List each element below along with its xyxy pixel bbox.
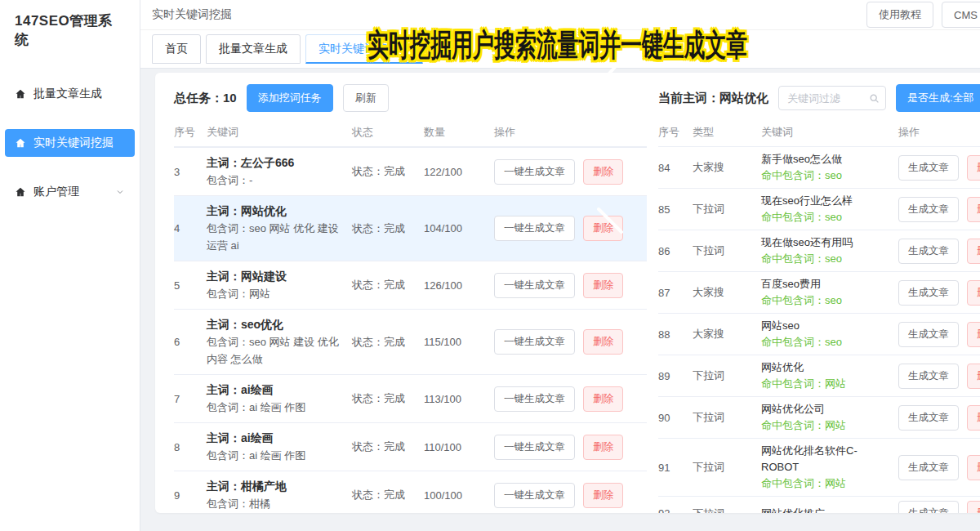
generate-article-button[interactable]: 生成文章 — [898, 155, 959, 181]
sidebar-item-batch-article-generate[interactable]: 批量文章生成 — [5, 80, 135, 108]
row-count: 126/100 — [424, 279, 494, 292]
col-status: 状态 — [352, 125, 424, 140]
task-row: 8主词：ai绘画包含词：ai 绘画 作图状态：完成110/100一键生成文章删除 — [174, 423, 647, 471]
delete-button[interactable]: 删除 — [583, 483, 623, 508]
generate-filter-button[interactable]: 是否生成:全部 — [896, 84, 980, 112]
row-status: 状态：完成 — [352, 164, 424, 179]
tutorial-button[interactable]: 使用教程 — [866, 2, 933, 28]
keyword-row: 91下拉词网站优化排名软件C-ROBOT命中包含词：网站生成文章删除 — [658, 439, 980, 497]
tasks-panel: 总任务：10 添加挖词任务 刷新 序号 关键词 状态 数量 操作 — [155, 73, 647, 513]
tab-batch-article-generate[interactable]: 批量文章生成 — [206, 34, 301, 64]
delete-button[interactable]: 删除 — [967, 280, 980, 306]
contain-words: 包含词：网站 — [207, 285, 345, 302]
current-word-label: 当前主词：网站优化 — [658, 91, 768, 106]
main-word: 主词：ai绘画 — [207, 382, 345, 399]
task-row: 4主词：网站优化包含词：seo 网站 优化 建设 运营 ai状态：完成104/1… — [174, 196, 647, 261]
total-tasks-label: 总任务：10 — [174, 91, 237, 106]
delete-button[interactable]: 删除 — [967, 364, 980, 389]
generate-article-button[interactable]: 生成文章 — [898, 280, 959, 306]
row-index: 6 — [174, 336, 207, 348]
generate-article-button[interactable]: 生成文章 — [898, 322, 959, 347]
delete-button[interactable]: 删除 — [967, 197, 980, 222]
delete-button[interactable]: 删除 — [583, 386, 623, 412]
content: 总任务：10 添加挖词任务 刷新 序号 关键词 状态 数量 操作 — [140, 69, 980, 513]
delete-button[interactable]: 删除 — [967, 405, 980, 431]
delete-button[interactable]: 删除 — [583, 435, 623, 460]
generate-article-button[interactable]: 一键生成文章 — [494, 483, 575, 508]
generate-article-button[interactable]: 生成文章 — [898, 501, 959, 513]
keyword-text: 百度seo费用 — [761, 276, 893, 292]
row-actions: 一键生成文章删除 — [494, 329, 647, 355]
generate-article-button[interactable]: 生成文章 — [898, 455, 959, 480]
row-keyword: 百度seo费用命中包含词：seo — [761, 276, 898, 309]
delete-button[interactable]: 删除 — [583, 273, 623, 298]
home-icon — [15, 186, 26, 198]
generate-article-button[interactable]: 一键生成文章 — [494, 386, 575, 412]
keyword-row: 89下拉词网站优化命中包含词：网站生成文章删除 — [658, 355, 980, 397]
keyword-text: 网站seo — [761, 318, 893, 334]
generate-article-button[interactable]: 生成文章 — [898, 197, 959, 222]
delete-button[interactable]: 删除 — [583, 159, 623, 185]
generate-article-button[interactable]: 一键生成文章 — [494, 273, 575, 298]
generate-article-button[interactable]: 生成文章 — [898, 239, 959, 264]
sidebar-item-label: 账户管理 — [33, 185, 79, 199]
row-count: 100/100 — [424, 489, 494, 502]
topbar-buttons: 使用教程 CMS — [866, 2, 969, 28]
row-status: 状态：完成 — [352, 440, 424, 454]
row-keyword: 现在seo行业怎么样命中包含词：seo — [761, 193, 898, 225]
delete-button[interactable]: 删除 — [967, 322, 980, 347]
row-keyword: 网站seo命中包含词：seo — [761, 318, 898, 350]
delete-button[interactable]: 删除 — [967, 455, 980, 480]
row-actions: 一键生成文章删除 — [494, 386, 647, 412]
row-actions: 一键生成文章删除 — [494, 483, 647, 508]
generate-article-button[interactable]: 生成文章 — [898, 364, 959, 389]
keyword-row: 92下拉词网站优化推广生成文章删除 — [658, 497, 980, 513]
keyword-text: 网站优化公司 — [761, 401, 893, 417]
row-status: 状态：完成 — [352, 278, 424, 292]
keyword-text: 现在seo行业怎么样 — [761, 193, 893, 209]
tasks-table-body: 3主词：左公子666包含词：-状态：完成122/100一键生成文章删除4主词：网… — [174, 148, 647, 513]
hit-words: 命中包含词：seo — [761, 209, 893, 225]
generate-article-button[interactable]: 一键生成文章 — [494, 435, 575, 460]
generate-article-button[interactable]: 一键生成文章 — [494, 216, 575, 241]
keyword-row: 86下拉词现在做seo还有用吗命中包含词：seo生成文章删除 — [658, 230, 980, 272]
row-actions: 生成文章删除 — [898, 322, 980, 347]
add-task-button[interactable]: 添加挖词任务 — [247, 84, 333, 112]
task-row: 6主词：seo优化包含词：seo 网站 建设 优化 内容 怎么做状态：完成115… — [174, 310, 647, 375]
hit-words: 命中包含词：seo — [761, 334, 893, 350]
tab-home[interactable]: 首页 — [152, 34, 201, 64]
hit-words: 命中包含词：网站 — [761, 376, 893, 392]
col-type: 类型 — [693, 125, 761, 140]
delete-button[interactable]: 删除 — [583, 329, 623, 355]
refresh-button[interactable]: 刷新 — [343, 84, 389, 112]
sidebar-item-label: 实时关键词挖掘 — [33, 136, 114, 150]
annotation-banner: 实时挖掘用户搜索流量词并一键生成文章 — [368, 25, 747, 66]
partial-bottom-row: 92下拉词网站优化推广生成文章删除 — [658, 497, 980, 513]
sidebar-item-account-management[interactable]: 账户管理 — [5, 178, 135, 206]
row-type: 下拉词 — [693, 410, 761, 425]
contain-words: 包含词：ai 绘画 作图 — [207, 447, 345, 464]
keyword-row: 84大家搜新手做seo怎么做命中包含词：seo生成文章删除 — [658, 147, 980, 189]
cms-button[interactable]: CMS — [942, 2, 980, 28]
generate-article-button[interactable]: 一键生成文章 — [494, 329, 575, 355]
generate-article-button[interactable]: 生成文章 — [898, 405, 959, 431]
generate-article-button[interactable]: 一键生成文章 — [494, 159, 575, 185]
col-actions: 操作 — [494, 125, 647, 140]
delete-button[interactable]: 删除 — [583, 216, 623, 241]
delete-button[interactable]: 删除 — [967, 239, 980, 264]
row-type: 下拉词 — [693, 202, 761, 216]
col-keyword: 关键词 — [207, 125, 352, 140]
row-actions: 一键生成文章删除 — [494, 216, 647, 241]
task-row: 5主词：网站建设包含词：网站状态：完成126/100一键生成文章删除 — [174, 261, 647, 310]
row-count: 104/100 — [424, 222, 494, 234]
row-actions: 生成文章删除 — [898, 280, 980, 306]
sidebar-item-realtime-keyword-mining[interactable]: 实时关键词挖掘 — [5, 129, 135, 157]
row-count: 110/100 — [424, 441, 494, 453]
row-keyword: 主词：左公子666包含词：- — [207, 154, 352, 189]
keywords-table-header: 序号 类型 关键词 操作 — [658, 120, 980, 147]
row-index: 91 — [658, 462, 693, 474]
hit-words: 命中包含词：网站 — [761, 417, 893, 434]
main-area: 实时关键词挖掘 使用教程 CMS 首页批量文章生成实时关键词挖掘× 总任务：10… — [140, 0, 980, 531]
delete-button[interactable]: 删除 — [967, 501, 980, 513]
delete-button[interactable]: 删除 — [967, 155, 980, 181]
